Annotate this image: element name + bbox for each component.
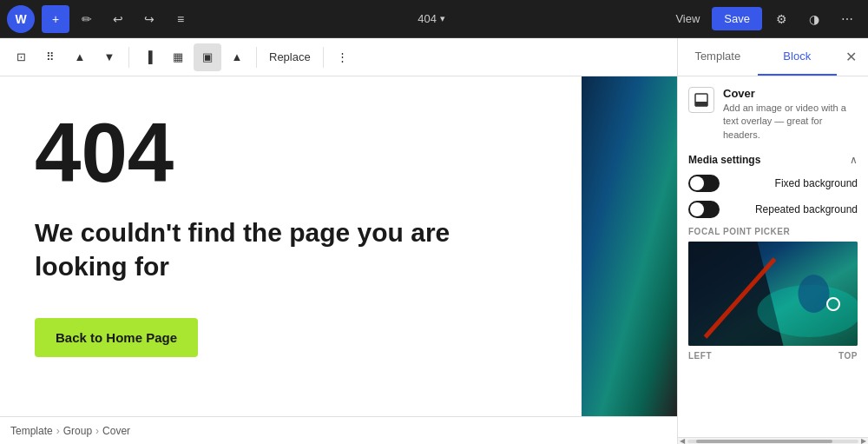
error-code: 404	[35, 111, 547, 195]
cover-svg-icon	[694, 93, 708, 107]
transform-button[interactable]: ⊡	[7, 43, 35, 71]
toolbar-divider-1	[128, 47, 129, 68]
chevron-down-icon: ▾	[440, 13, 445, 24]
left-coord-label: LEFT	[688, 351, 712, 361]
menu-button[interactable]: ≡	[167, 5, 194, 33]
align-left-button[interactable]: ▐	[135, 43, 162, 71]
save-button[interactable]: Save	[712, 7, 762, 30]
panel-scrollbar: ◀ ▶	[678, 437, 868, 444]
panel-scroll-track: ◀ ▶	[678, 438, 868, 444]
block-options-button[interactable]: ▲	[223, 43, 251, 71]
drag-icon: ⠿	[46, 50, 55, 63]
breadcrumb-sep-2: ›	[95, 425, 99, 437]
repeated-background-label: Repeated background	[755, 203, 858, 215]
fixed-background-label: Fixed background	[775, 177, 858, 189]
breadcrumb-bar: Template › Group › Cover	[0, 416, 677, 444]
undo-icon: ↩	[113, 12, 123, 26]
wp-logo[interactable]: W	[7, 5, 35, 33]
top-coord-label: TOP	[838, 351, 858, 361]
more-vertical-icon: ⋮	[337, 50, 348, 63]
full-width-button[interactable]: ▣	[194, 43, 221, 71]
right-actions: View Save ⚙ ◑ ⋯	[668, 5, 861, 33]
media-settings-title: Media settings	[688, 154, 760, 166]
media-settings-section: Media settings ∧	[688, 154, 858, 166]
add-block-button[interactable]: +	[42, 5, 69, 33]
main-area: ⊡ ⠿ ▲ ▼ ▐ ▦ ▣ ▲	[0, 38, 868, 444]
replace-label: Replace	[269, 50, 311, 63]
fixed-background-toggle[interactable]	[688, 175, 720, 192]
svg-rect-1	[695, 102, 707, 106]
settings-button[interactable]: ⚙	[767, 5, 795, 33]
panel-header: Template Block ✕	[678, 38, 868, 76]
pencil-icon: ✏	[82, 12, 92, 26]
cover-title: Cover	[723, 87, 858, 100]
focal-coords: LEFT TOP	[688, 351, 858, 361]
svg-point-6	[799, 275, 830, 313]
scroll-track	[687, 440, 858, 443]
page-title: 404	[418, 12, 437, 25]
replace-button[interactable]: Replace	[262, 43, 318, 71]
arrow-down-icon: ▼	[104, 50, 115, 63]
repeated-background-toggle[interactable]	[688, 201, 720, 218]
close-icon: ✕	[845, 49, 857, 65]
section-chevron-icon[interactable]: ∧	[850, 154, 858, 166]
cover-info: Cover Add an image or video with a text …	[723, 87, 858, 142]
contrast-icon: ◑	[809, 12, 819, 26]
cover-image-inner	[582, 76, 677, 416]
canvas-content: 404 We couldn't find the page you are lo…	[0, 76, 677, 416]
right-panel: Template Block ✕ Cover Add an image or v…	[677, 38, 868, 444]
arrow-up-icon: ▲	[75, 50, 86, 63]
redo-button[interactable]: ↪	[135, 5, 163, 33]
undo-button[interactable]: ↩	[104, 5, 132, 33]
align-center-button[interactable]: ▦	[164, 43, 192, 71]
tab-template[interactable]: Template	[678, 38, 758, 76]
page-content: 404 We couldn't find the page you are lo…	[0, 76, 582, 416]
back-to-home-button[interactable]: Back to Home Page	[35, 318, 198, 357]
cover-block-icon	[688, 87, 714, 113]
nav-icon: ⊡	[16, 50, 26, 63]
breadcrumb-cover[interactable]: Cover	[102, 425, 130, 437]
tab-block[interactable]: Block	[758, 38, 838, 76]
scroll-right-arrow[interactable]: ▶	[861, 437, 866, 444]
block-toolbar: ⊡ ⠿ ▲ ▼ ▐ ▦ ▣ ▲	[0, 38, 677, 76]
toolbar-divider-3	[323, 47, 324, 68]
triangle-icon: ▲	[232, 50, 243, 63]
toolbar-divider-2	[256, 47, 257, 68]
more-options-button[interactable]: ⋯	[833, 5, 861, 33]
repeated-background-row: Repeated background	[688, 201, 858, 218]
align-center-icon: ▦	[173, 50, 183, 63]
panel-close-button[interactable]: ✕	[837, 43, 865, 71]
gear-icon: ⚙	[776, 12, 787, 26]
breadcrumb-template[interactable]: Template	[10, 425, 53, 437]
focal-point-image[interactable]	[688, 242, 858, 346]
align-left-icon: ▐	[144, 50, 152, 63]
top-toolbar: W + ✏ ↩ ↪ ≡ 404 ▾ View Save ⚙ ◑ ⋯	[0, 0, 868, 38]
move-down-button[interactable]: ▼	[95, 43, 123, 71]
scroll-left-arrow[interactable]: ◀	[680, 437, 685, 444]
plus-icon: +	[52, 12, 59, 26]
drag-handle[interactable]: ⠿	[36, 43, 64, 71]
cover-image	[582, 76, 677, 416]
block-more-button[interactable]: ⋮	[329, 43, 357, 71]
full-width-icon: ▣	[202, 50, 213, 63]
page-title-area: 404 ▾	[198, 12, 665, 25]
canvas-wrapper: ⊡ ⠿ ▲ ▼ ▐ ▦ ▣ ▲	[0, 38, 677, 444]
view-button[interactable]: View	[668, 9, 707, 29]
menu-icon: ≡	[177, 12, 184, 26]
focal-point-label: FOCAL POINT PICKER	[688, 227, 858, 236]
fixed-background-row: Fixed background	[688, 175, 858, 192]
breadcrumb-group[interactable]: Group	[63, 425, 92, 437]
redo-icon: ↪	[144, 12, 155, 26]
error-message: We couldn't find the page you are lookin…	[35, 215, 469, 283]
pencil-button[interactable]: ✏	[73, 5, 101, 33]
focal-image-svg	[688, 242, 858, 346]
scroll-thumb	[696, 440, 833, 443]
contrast-button[interactable]: ◑	[800, 5, 828, 33]
move-up-button[interactable]: ▲	[66, 43, 94, 71]
dots-icon: ⋯	[841, 12, 853, 26]
panel-body: Cover Add an image or video with a text …	[678, 76, 868, 437]
cover-block-header: Cover Add an image or video with a text …	[688, 87, 858, 142]
breadcrumb-sep-1: ›	[56, 425, 60, 437]
cover-description: Add an image or video with a text overla…	[723, 102, 858, 142]
